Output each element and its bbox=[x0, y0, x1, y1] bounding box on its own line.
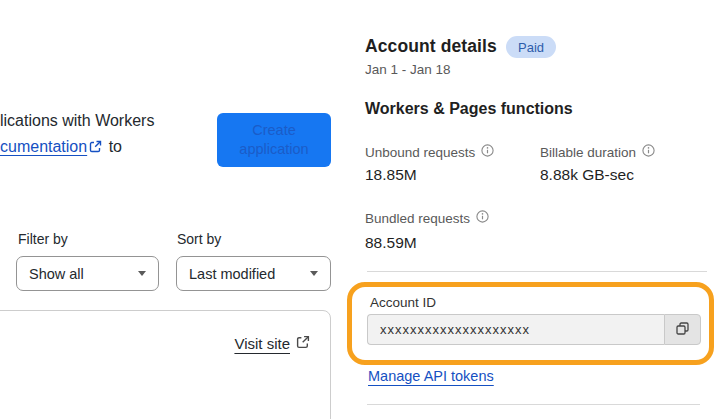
account-id-group bbox=[367, 314, 701, 345]
date-range: Jan 1 - Jan 18 bbox=[365, 62, 451, 77]
sort-dropdown[interactable]: Last modified bbox=[176, 256, 331, 291]
chevron-down-icon bbox=[138, 271, 146, 276]
intro-line1: lications with Workers bbox=[0, 112, 154, 129]
info-icon[interactable] bbox=[642, 144, 655, 160]
external-link-icon bbox=[296, 335, 310, 352]
chevron-down-icon bbox=[310, 271, 318, 276]
intro-suffix: to bbox=[109, 138, 122, 155]
info-icon[interactable] bbox=[476, 210, 489, 226]
visit-site-link[interactable]: Visit site bbox=[234, 335, 310, 352]
filter-dropdown[interactable]: Show all bbox=[16, 256, 159, 291]
account-id-input[interactable] bbox=[367, 314, 664, 345]
stat-value-billable-duration: 8.88k GB-sec bbox=[540, 166, 634, 184]
stat-label-unbound-requests: Unbound requests bbox=[365, 144, 494, 160]
copy-button[interactable] bbox=[664, 314, 701, 345]
stat-label-billable-duration: Billable duration bbox=[540, 144, 655, 160]
intro-text: lications with Workers cumentation to bbox=[0, 108, 230, 161]
account-id-label: Account ID bbox=[370, 295, 436, 310]
create-application-button[interactable]: Create application bbox=[217, 113, 331, 167]
workers-pages-section-title: Workers & Pages functions bbox=[365, 100, 573, 118]
filter-by-label: Filter by bbox=[18, 231, 68, 247]
stat-label-bundled-requests: Bundled requests bbox=[365, 210, 489, 226]
stat-value-unbound-requests: 18.85M bbox=[365, 166, 417, 184]
account-details-title: Account details bbox=[365, 36, 497, 57]
info-icon[interactable] bbox=[481, 144, 494, 160]
stat-value-bundled-requests: 88.59M bbox=[365, 234, 417, 252]
documentation-link[interactable]: cumentation bbox=[0, 138, 87, 155]
sort-dropdown-value: Last modified bbox=[189, 266, 275, 282]
filter-dropdown-value: Show all bbox=[29, 266, 84, 282]
copy-icon bbox=[675, 321, 690, 339]
visit-site-label: Visit site bbox=[234, 335, 290, 352]
worker-card: Visit site bbox=[0, 310, 331, 419]
plan-badge: Paid bbox=[506, 36, 556, 58]
external-link-icon bbox=[89, 135, 102, 161]
sort-by-label: Sort by bbox=[177, 231, 221, 247]
divider bbox=[367, 271, 707, 272]
divider bbox=[367, 404, 700, 405]
manage-api-tokens-link[interactable]: Manage API tokens bbox=[368, 368, 494, 384]
